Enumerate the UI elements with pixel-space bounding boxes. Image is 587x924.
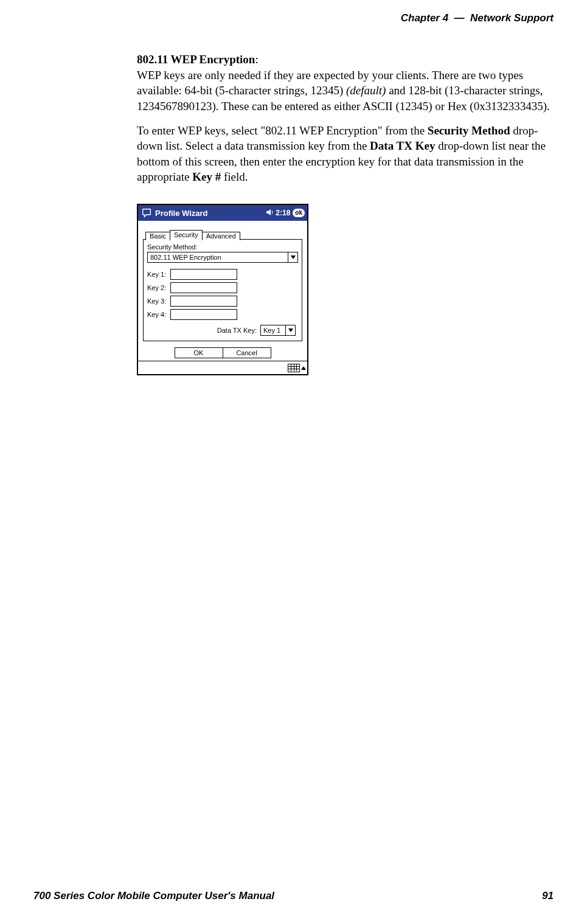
svg-marker-1 (288, 328, 293, 332)
dropdown-arrow-icon (288, 252, 297, 262)
app-icon (141, 207, 153, 219)
svg-marker-0 (291, 255, 296, 259)
key4-row: Key 4: (147, 309, 298, 320)
p2-e: field. (221, 170, 248, 183)
p1-default: (default) (346, 84, 386, 97)
tab-panel: Security Method: 802.11 WEP Encryption K… (143, 239, 302, 341)
data-tx-dropdown[interactable]: Key 1 (260, 325, 296, 336)
page-number: 91 (542, 890, 554, 902)
ok-button[interactable]: ok (293, 209, 305, 217)
ok-dialog-button[interactable]: OK (175, 347, 223, 358)
key3-label: Key 3: (147, 297, 170, 305)
window-title: Profile Wizard (155, 209, 266, 218)
key2-row: Key 2: (147, 282, 298, 293)
heading-colon: : (255, 53, 258, 66)
security-method-dropdown[interactable]: 802.11 WEP Encryption (147, 252, 298, 263)
tab-advanced[interactable]: Advanced (202, 232, 240, 240)
chapter-label: Chapter 4 (401, 12, 448, 24)
key1-input[interactable] (170, 269, 237, 280)
data-tx-row: Data TX Key: Key 1 (147, 325, 298, 336)
keyboard-icon[interactable] (288, 364, 300, 372)
button-row: OK Cancel (143, 347, 302, 358)
key2-label: Key 2: (147, 284, 170, 291)
sip-bar (138, 361, 307, 374)
key1-row: Key 1: (147, 269, 298, 280)
device-screenshot: Profile Wizard 2:18 ok Basic Security Ad… (137, 204, 308, 375)
key2-input[interactable] (170, 282, 237, 293)
security-method-label: Security Method: (147, 243, 298, 251)
manual-title: 700 Series Color Mobile Computer User's … (33, 890, 274, 902)
header-sep: — (454, 12, 465, 24)
p2-data-tx: Data TX Key (370, 139, 435, 152)
key1-label: Key 1: (147, 271, 170, 278)
key4-label: Key 4: (147, 311, 170, 318)
page-header: Chapter 4 — Network Support (401, 12, 554, 24)
data-tx-value: Key 1 (261, 327, 285, 334)
key4-input[interactable] (170, 309, 237, 320)
section-heading: 802.11 WEP Encryption (137, 53, 255, 66)
client-area: Basic Security Advanced Security Method:… (138, 221, 307, 361)
key3-input[interactable] (170, 296, 237, 307)
key3-row: Key 3: (147, 296, 298, 307)
p2-a: To enter WEP keys, select "802.11 WEP En… (137, 124, 428, 137)
clock-time[interactable]: 2:18 (276, 209, 290, 217)
tab-strip: Basic Security Advanced (145, 227, 302, 239)
svg-marker-2 (301, 366, 306, 370)
sip-up-arrow-icon[interactable] (301, 364, 306, 372)
body-text: 802.11 WEP Encryption: WEP keys are only… (137, 52, 560, 193)
titlebar: Profile Wizard 2:18 ok (138, 205, 307, 221)
dropdown-arrow-icon (285, 325, 295, 335)
p2-security-method: Security Method (428, 124, 510, 137)
cancel-dialog-button[interactable]: Cancel (223, 347, 271, 358)
page-footer: 700 Series Color Mobile Computer User's … (33, 890, 554, 902)
data-tx-label: Data TX Key: (217, 327, 257, 334)
volume-icon[interactable] (266, 209, 274, 217)
security-method-value: 802.11 WEP Encryption (148, 254, 288, 261)
chapter-title: Network Support (470, 12, 554, 24)
tab-security[interactable]: Security (170, 230, 203, 240)
tab-basic[interactable]: Basic (145, 232, 170, 240)
p2-key-num: Key # (192, 170, 221, 183)
